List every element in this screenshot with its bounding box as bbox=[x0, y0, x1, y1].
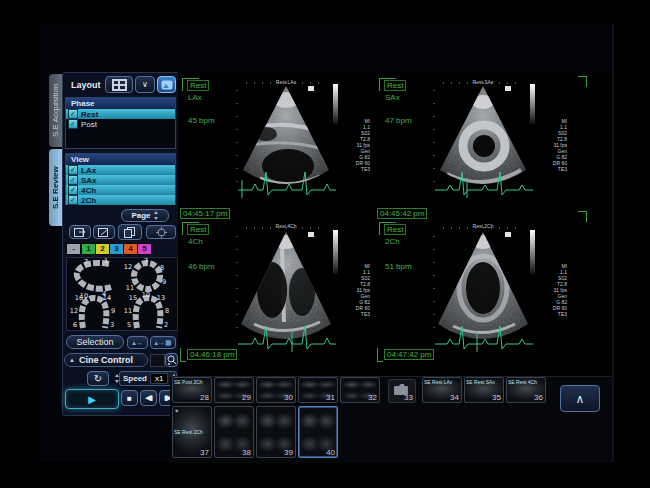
thumbnail-30[interactable]: 30 bbox=[256, 377, 296, 403]
phase-label: Rest bbox=[384, 80, 406, 91]
svg-text:11: 11 bbox=[124, 307, 132, 315]
checkbox-checked-icon[interactable]: ✓ bbox=[68, 119, 78, 129]
ultrasound-image-rest-4ch[interactable]: Rest 4Ch bbox=[230, 222, 342, 356]
checkbox-checked-icon[interactable]: ✓ bbox=[68, 165, 78, 175]
tab-se-review[interactable]: S.E Review bbox=[49, 149, 63, 226]
score-chip-5[interactable]: 5 bbox=[137, 243, 152, 255]
svg-text:9: 9 bbox=[162, 278, 166, 286]
view-item-4ch[interactable]: ✓ 4Ch bbox=[66, 185, 175, 195]
image-export-icon bbox=[74, 228, 86, 237]
phase-item-post[interactable]: ✓ Post bbox=[66, 119, 175, 129]
magnifier-plus-icon bbox=[167, 355, 177, 365]
view-item-2ch[interactable]: ✓ 2Ch bbox=[66, 195, 175, 205]
export-image-alt-button[interactable] bbox=[93, 225, 115, 239]
thumbnail-number: 31 bbox=[326, 393, 335, 402]
quadrant-rest-4ch[interactable]: 04:45:17 pm Rest 4Ch 46 bpm bbox=[178, 207, 375, 376]
thumbnail-40[interactable]: 40 bbox=[298, 406, 338, 458]
score-chip-4[interactable]: 4 bbox=[123, 243, 138, 255]
phase-section: Phase ✓ Rest ✓ Post bbox=[65, 97, 176, 149]
thumbnail-31[interactable]: 31 bbox=[298, 377, 338, 403]
page-button[interactable]: Page bbox=[121, 209, 169, 222]
ultrasound-image-rest-sax[interactable]: Rest SAx bbox=[427, 78, 539, 202]
filmstrip-collapse-button[interactable]: ∧ bbox=[560, 385, 600, 412]
export-image-button[interactable] bbox=[69, 225, 91, 239]
clip-end-marker-icon bbox=[180, 348, 186, 362]
thumbnail-number: 33 bbox=[404, 393, 413, 402]
pages-icon bbox=[124, 227, 136, 238]
ultrasound-image-rest-lax[interactable]: Rest LAx bbox=[230, 78, 342, 202]
quadrant-rest-sax[interactable]: Rest SAx 47 bpm bbox=[375, 72, 611, 207]
thumbnail-37[interactable]: ♥ SE Rest 2Ch 37 bbox=[172, 406, 212, 458]
svg-text:10: 10 bbox=[142, 291, 150, 299]
speed-control[interactable]: Speed x1 bbox=[119, 371, 177, 386]
grayscale-bar bbox=[333, 84, 338, 124]
layout-dropdown-button[interactable]: ∨ bbox=[135, 76, 155, 93]
zoom-tool-button[interactable] bbox=[165, 353, 178, 367]
checkbox-checked-icon[interactable]: ✓ bbox=[68, 109, 78, 119]
thumbnail-33-folder[interactable]: 33 bbox=[388, 379, 416, 403]
score-chip-2[interactable]: 2 bbox=[95, 243, 110, 255]
score-palette: - 1 2 3 4 5 bbox=[63, 243, 179, 254]
score-chip-1[interactable]: 1 bbox=[81, 243, 96, 255]
display-capture-button[interactable] bbox=[157, 76, 176, 93]
send-and-delete-button[interactable]: ▴→▦ bbox=[150, 336, 176, 349]
svg-text:7: 7 bbox=[144, 257, 148, 265]
loop-icon: ↻ bbox=[94, 373, 102, 384]
selection-button[interactable]: Selection bbox=[66, 335, 124, 349]
thumbnail-filmstrip: SE Post 2Ch 28 29 30 31 32 33 SE Rest LA… bbox=[170, 376, 612, 463]
quadrant-rest-2ch[interactable]: 04:45:42 pm Rest 2Ch 51 bpm bbox=[375, 207, 611, 376]
svg-text:16: 16 bbox=[75, 294, 83, 302]
focus-marker-icon bbox=[505, 232, 511, 237]
step-back-button[interactable]: ◀▮ bbox=[140, 390, 157, 406]
thumbnail-36[interactable]: SE Rest 4Ch 36 bbox=[506, 377, 546, 403]
phase-label: Rest bbox=[187, 224, 209, 235]
grayscale-bar bbox=[530, 84, 535, 124]
image-icon bbox=[161, 80, 173, 90]
view-item-sax[interactable]: ✓ SAx bbox=[66, 175, 175, 185]
crosshair-icon bbox=[156, 227, 167, 238]
score-chip-3[interactable]: 3 bbox=[109, 243, 124, 255]
score-chip-none[interactable]: - bbox=[66, 243, 81, 255]
thumbnail-28[interactable]: SE Post 2Ch 28 bbox=[172, 377, 212, 403]
view-item-lax[interactable]: ✓ LAx bbox=[66, 165, 175, 175]
checkbox-checked-icon[interactable]: ✓ bbox=[68, 185, 78, 195]
imaging-parameters: MI1.1S02T2.831 fpsGenG 82DR 60TE3 bbox=[541, 118, 567, 172]
clip-end-time: 04:47:42 pm bbox=[384, 349, 434, 360]
phase-item-label: Post bbox=[81, 120, 97, 129]
target-button[interactable] bbox=[146, 225, 176, 239]
send-to-clipboard-button[interactable]: ▴→ bbox=[127, 336, 148, 349]
heart-rate-label: 45 bpm bbox=[188, 116, 215, 125]
checkbox-checked-icon[interactable]: ✓ bbox=[68, 175, 78, 185]
checkbox-checked-icon[interactable]: ✓ bbox=[68, 195, 78, 205]
segment-diagrams[interactable]: 71104 789101112 161412963 151311852 bbox=[66, 257, 178, 331]
quadrant-rest-lax[interactable]: Rest LAx 45 bpm bbox=[178, 72, 375, 207]
grid-2x2-icon bbox=[112, 79, 127, 91]
thumbnail-38[interactable]: 38 bbox=[214, 406, 254, 458]
cine-control-header[interactable]: ▲ Cine Control bbox=[64, 353, 148, 367]
thumbnail-number: 40 bbox=[326, 448, 335, 457]
loop-mode-button[interactable]: ↻ bbox=[87, 371, 109, 386]
stop-button[interactable]: ■ bbox=[121, 390, 138, 406]
ultrasound-image-rest-2ch[interactable]: Rest 2Ch bbox=[427, 222, 539, 356]
svg-text:15: 15 bbox=[129, 294, 137, 302]
play-button[interactable]: ▶ bbox=[65, 389, 119, 409]
thumbnail-29[interactable]: 29 bbox=[214, 377, 254, 403]
page-button-label: Page bbox=[131, 211, 150, 220]
thumbnail-35[interactable]: SE Rest SAx 35 bbox=[464, 377, 504, 403]
report-pages-button[interactable] bbox=[118, 224, 142, 240]
phase-item-rest[interactable]: ✓ Rest bbox=[66, 109, 175, 119]
page-spinner[interactable] bbox=[154, 211, 159, 220]
layout-grid-button[interactable] bbox=[105, 76, 133, 93]
imaging-parameters: MI1.1S02T2.831 fpsGenG 82DR 60TE3 bbox=[344, 263, 370, 317]
heart-icon: ♥ bbox=[175, 408, 179, 414]
clip-end-time: 04:46:18 pm bbox=[187, 349, 237, 360]
thumbnail-number: 34 bbox=[450, 393, 459, 402]
svg-text:12: 12 bbox=[70, 307, 78, 315]
tab-se-acquisition[interactable]: S.E Acquisition bbox=[49, 74, 63, 147]
export-arrow-icon: ▴→ bbox=[132, 339, 143, 347]
thumbnail-34[interactable]: SE Rest LAx 34 bbox=[422, 377, 462, 403]
image-title: Rest 2Ch bbox=[427, 223, 539, 229]
thumbnail-32[interactable]: 32 bbox=[340, 377, 380, 403]
thumbnail-39[interactable]: 39 bbox=[256, 406, 296, 458]
view-label: LAx bbox=[188, 93, 202, 102]
